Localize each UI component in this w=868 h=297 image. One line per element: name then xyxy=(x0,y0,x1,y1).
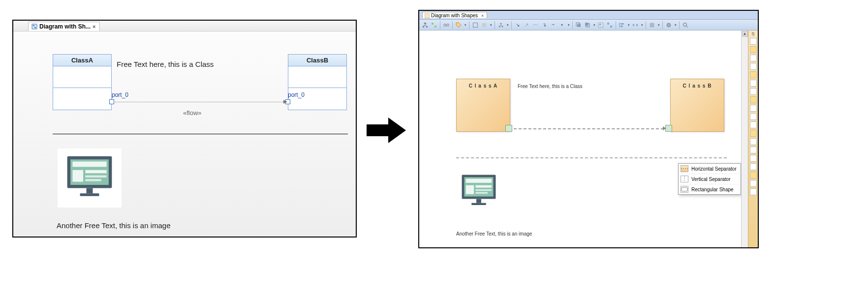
dropdown-icon[interactable]: ▾ xyxy=(674,23,677,27)
auto-layout-button[interactable] xyxy=(430,21,438,29)
popup-label: Rectangular Shape xyxy=(691,187,734,192)
computer-monitor-icon xyxy=(459,173,499,209)
vertical-scrollbar[interactable]: ▲ xyxy=(741,30,748,247)
class-operations xyxy=(53,88,111,110)
close-icon[interactable]: × xyxy=(93,24,95,30)
svg-rect-20 xyxy=(447,24,449,26)
dropdown-icon[interactable]: ▾ xyxy=(592,23,596,27)
tab-bar: Diagram with Shapes × xyxy=(419,11,758,20)
uml-class-classb[interactable]: ClassB xyxy=(288,54,347,110)
popup-item-horizontal-separator[interactable]: Horizontal Separator xyxy=(679,164,741,174)
palette-item[interactable] xyxy=(750,130,757,137)
settings-button[interactable] xyxy=(665,21,673,29)
arrow-icon xyxy=(283,100,287,104)
svg-rect-35 xyxy=(620,23,624,25)
palette-item[interactable] xyxy=(750,96,757,103)
image-shape-computer[interactable] xyxy=(459,173,499,211)
dropdown-icon[interactable]: ▾ xyxy=(657,23,660,27)
classa-port[interactable] xyxy=(505,125,512,132)
palette-item[interactable] xyxy=(750,38,757,45)
classb-port[interactable] xyxy=(665,125,672,132)
palette-item[interactable] xyxy=(750,113,757,120)
connector-dotted-button[interactable]: ⋯ xyxy=(531,21,539,29)
shape-type-popup: Horizontal Separator Vertical Separator … xyxy=(678,163,741,195)
svg-rect-45 xyxy=(466,179,492,183)
tab-diagram-with-shapes[interactable]: Diagram with Sh... × xyxy=(28,22,100,31)
arrow-icon xyxy=(663,126,666,130)
image-shape-computer[interactable] xyxy=(58,148,122,208)
free-text-image[interactable]: Another Free Text, this is an image xyxy=(57,221,171,230)
gear-icon xyxy=(666,22,672,28)
fill-button[interactable] xyxy=(480,21,488,29)
horizontal-separator[interactable] xyxy=(456,157,727,158)
connector-dashed-button[interactable]: ↗ xyxy=(523,21,530,29)
palette-item[interactable] xyxy=(750,121,757,128)
classa-port[interactable] xyxy=(109,99,114,104)
svg-rect-18 xyxy=(434,26,436,28)
uml-class-classa[interactable]: ClassA xyxy=(53,54,112,110)
dropdown-icon[interactable]: ▾ xyxy=(506,23,509,27)
flow-connector[interactable] xyxy=(115,102,284,102)
connector-curved-button[interactable]: ~ xyxy=(549,21,557,29)
arrange-front-button[interactable] xyxy=(575,21,583,29)
side-toolbar: S xyxy=(748,30,758,247)
free-text-class[interactable]: Free Text here, this is a Class xyxy=(117,60,214,68)
dropdown-icon[interactable]: ▾ xyxy=(627,23,630,27)
connector-waypoint-button[interactable]: • xyxy=(558,21,566,29)
vertical-separator-icon xyxy=(681,176,688,182)
align-left-button[interactable] xyxy=(618,21,626,29)
note-shape-classa[interactable]: C l a s s A xyxy=(456,79,510,132)
search-button[interactable] xyxy=(682,21,689,29)
connector-button[interactable]: ↘ xyxy=(514,21,522,29)
svg-point-41 xyxy=(683,23,687,26)
palette-item[interactable] xyxy=(750,105,757,112)
distribute-button[interactable] xyxy=(631,21,639,29)
connector-orthogonal-button[interactable]: ↴ xyxy=(540,21,548,29)
palette-item[interactable] xyxy=(750,88,757,95)
palette-item[interactable] xyxy=(750,163,757,170)
free-text-image[interactable]: Another Free Text, this is an image xyxy=(456,231,532,237)
diagram-canvas[interactable]: C l a s s A C l a s s B Free Text here, … xyxy=(419,30,741,247)
palette-item[interactable] xyxy=(750,63,757,70)
arrange-back-button[interactable] xyxy=(584,21,591,29)
ungroup-button[interactable] xyxy=(606,21,614,29)
palette-item[interactable] xyxy=(750,80,757,87)
link-button[interactable] xyxy=(442,21,450,29)
horizontal-separator[interactable] xyxy=(53,134,348,134)
flow-connector[interactable] xyxy=(514,128,664,129)
palette-item[interactable] xyxy=(750,55,757,61)
svg-rect-1 xyxy=(33,25,34,26)
grid-button[interactable] xyxy=(648,21,656,29)
dropdown-icon[interactable]: ▾ xyxy=(567,23,570,27)
tag-button[interactable] xyxy=(455,21,463,29)
palette-item[interactable] xyxy=(750,188,757,195)
popup-item-rectangular-shape[interactable]: Rectangular Shape xyxy=(679,184,741,194)
dropdown-icon[interactable]: ▾ xyxy=(489,23,493,27)
palette-item[interactable] xyxy=(750,147,757,153)
palette-item[interactable] xyxy=(750,138,757,145)
note-label: C l a s s A xyxy=(457,79,510,89)
dropdown-icon[interactable]: ▾ xyxy=(640,23,644,27)
palette-item[interactable] xyxy=(750,172,757,178)
note-label: C l a s s B xyxy=(671,79,724,89)
dropdown-icon[interactable]: ▾ xyxy=(464,23,467,27)
group-button[interactable] xyxy=(597,21,605,29)
palette-item[interactable] xyxy=(750,155,757,162)
note-shape-classb[interactable]: C l a s s B xyxy=(670,79,724,132)
close-icon[interactable]: × xyxy=(481,13,484,18)
tree-button[interactable] xyxy=(497,21,505,29)
tab-diagram-with-shapes[interactable]: Diagram with Shapes × xyxy=(422,12,487,18)
scroll-up-icon[interactable]: ▲ xyxy=(742,31,748,37)
layout-hierarchy-button[interactable] xyxy=(421,21,429,29)
border-button[interactable] xyxy=(471,21,479,29)
palette-item[interactable] xyxy=(750,180,757,187)
side-tab-label[interactable]: S xyxy=(748,30,758,36)
popup-item-vertical-separator[interactable]: Vertical Separator xyxy=(679,174,741,184)
free-text-class[interactable]: Free Text here, this is a Class xyxy=(518,84,583,89)
tab-label: Diagram with Sh... xyxy=(39,23,91,30)
svg-marker-12 xyxy=(367,118,406,143)
toolbar-separator xyxy=(440,21,440,29)
palette-item[interactable] xyxy=(750,46,757,53)
classa-port-label: port_0 xyxy=(112,91,128,98)
palette-item[interactable] xyxy=(750,71,757,78)
